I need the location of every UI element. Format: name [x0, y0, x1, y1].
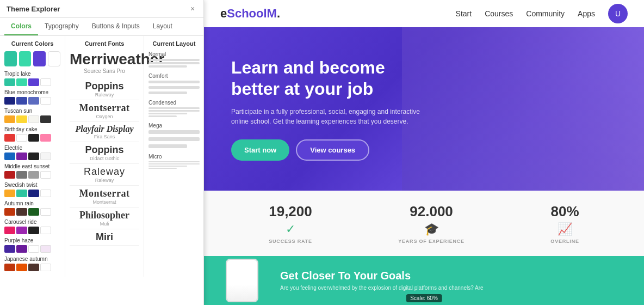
theme-explorer-header: Theme Explorer × — [0, 0, 203, 18]
stat-number-overline: 80% — [550, 203, 579, 220]
layout-option-normal[interactable]: Normal — [148, 51, 200, 68]
swatch-teal[interactable] — [4, 51, 17, 66]
theme-explorer-title: Theme Explorer — [7, 5, 60, 13]
stat-years-experience: 92.000 🎓 YEARS OF EXPERIENCE — [398, 203, 465, 244]
font-option-poppins-didact[interactable]: Poppins Didact Gothic — [70, 142, 139, 164]
stat-number-years: 92.000 — [398, 203, 465, 220]
current-font-display: Merriweather Source Sans Pro — [70, 51, 139, 74]
hero-subtitle: Participate in a fully professional, soc… — [231, 107, 438, 126]
stat-success-rate: 19,200 ✓ SUCCESS RATE — [269, 203, 312, 244]
goals-section: Get Closer To Your Goals Are you feeling… — [204, 256, 644, 305]
layout-column: Current Layout Normal Comfort Condense — [144, 36, 204, 277]
fonts-header: Current Fonts — [70, 40, 139, 47]
layout-header: Current Layout — [148, 40, 200, 47]
colors-header: Current Colors — [4, 40, 60, 47]
swatch-green[interactable] — [19, 51, 32, 66]
palette-japanese-autumn[interactable]: Japanese autumn — [4, 256, 60, 271]
font-option-playfair-fira[interactable]: Playfair Display Fira Sans — [70, 122, 139, 142]
scale-badge: Scale: 60% — [406, 294, 442, 302]
hero-background-image — [402, 27, 644, 191]
hero-content: Learn and become better at your job Part… — [231, 57, 438, 161]
palette-tropic-lake[interactable]: Tropic lake — [4, 71, 60, 86]
palette-tuscan-sun[interactable]: Tuscan sun — [4, 108, 60, 123]
swatch-white[interactable] — [48, 51, 60, 66]
font-option-raleway[interactable]: Raleway Raleway — [70, 164, 139, 186]
theme-body: Current Colors Tropic lake Blue monochro… — [0, 36, 203, 277]
palette-carousel-ride[interactable]: Carousel ride — [4, 219, 60, 234]
tab-layout[interactable]: Layout — [146, 18, 179, 35]
current-font-main: Merriweather — [70, 51, 139, 68]
stat-number-success: 19,200 — [269, 203, 312, 220]
font-option-poppins-raleway[interactable]: Poppins Raleway — [70, 78, 139, 100]
nav-link-apps[interactable]: Apps — [578, 9, 595, 18]
current-colors-row — [4, 51, 60, 66]
swatch-purple[interactable] — [33, 51, 46, 66]
nav-links: Start Courses Community Apps U — [456, 4, 628, 23]
palette-electric[interactable]: Electric — [4, 145, 60, 160]
stat-label-success: SUCCESS RATE — [269, 239, 312, 244]
layout-option-micro[interactable]: Micro — [148, 154, 200, 169]
palette-middle-east-sunset[interactable]: Middle east sunset — [4, 163, 60, 179]
layout-option-comfort[interactable]: Comfort — [148, 73, 200, 94]
palette-blue-monochrome[interactable]: Blue monochrome — [4, 89, 60, 105]
stats-section: 19,200 ✓ SUCCESS RATE 92.000 🎓 YEARS OF … — [204, 191, 644, 256]
stat-overline: 80% 📈 OVERLINE — [550, 203, 579, 244]
goals-text: Get Closer To Your Goals Are you feeling… — [280, 270, 622, 292]
hero-buttons: Start now View courses — [231, 139, 438, 161]
hero-section: Learn and become better at your job Part… — [204, 27, 644, 191]
theme-tabs: Colors Typography Buttons & Inputs Layou… — [0, 18, 203, 36]
site-nav: eSchoolM. Start Courses Community Apps U — [204, 0, 644, 27]
colors-column: Current Colors Tropic lake Blue monochro… — [0, 36, 65, 277]
tab-buttons-inputs[interactable]: Buttons & Inputs — [85, 18, 146, 35]
theme-explorer-panel: Theme Explorer × Colors Typography Butto… — [0, 0, 204, 305]
tab-typography[interactable]: Typography — [38, 18, 85, 35]
hero-title: Learn and become better at your job — [231, 57, 438, 99]
chart-icon: 📈 — [550, 222, 579, 236]
start-now-button[interactable]: Start now — [231, 139, 289, 161]
website-preview: eSchoolM. Start Courses Community Apps U… — [204, 0, 644, 305]
font-option-montserrat-montserrat[interactable]: Montserrat Montserrat — [70, 186, 139, 208]
font-option-montserrat-oxygen[interactable]: Montserrat Oxygen — [70, 100, 139, 122]
phone-screen — [227, 260, 257, 301]
current-font-sub: Source Sans Pro — [70, 68, 139, 74]
site-logo: eSchoolM. — [220, 7, 280, 21]
nav-link-community[interactable]: Community — [526, 9, 565, 18]
fonts-column: Current Fonts Merriweather Source Sans P… — [65, 36, 144, 277]
goals-phone-mockup — [226, 259, 258, 302]
view-courses-button[interactable]: View courses — [296, 139, 369, 161]
layout-option-condensed[interactable]: Condensed — [148, 100, 200, 117]
stat-label-years: YEARS OF EXPERIENCE — [398, 239, 465, 244]
palette-autumn-rain[interactable]: Autumn rain — [4, 200, 60, 216]
nav-link-courses[interactable]: Courses — [485, 9, 513, 18]
nav-link-start[interactable]: Start — [456, 9, 472, 18]
tab-colors[interactable]: Colors — [4, 18, 38, 35]
palette-swedish-twist[interactable]: Swedish twist — [4, 182, 60, 197]
palette-birthday-cake[interactable]: Birthday cake — [4, 126, 60, 142]
stat-label-overline: OVERLINE — [550, 239, 579, 244]
font-option-philosopher-muli[interactable]: Philosopher Muli — [70, 208, 139, 229]
palette-purple-haze[interactable]: Purple haze — [4, 237, 60, 253]
theme-explorer-close[interactable]: × — [188, 4, 197, 13]
goals-title: Get Closer To Your Goals — [280, 270, 622, 282]
goals-subtitle: Are you feeling overwhelmed by the explo… — [280, 284, 622, 292]
graduation-icon: 🎓 — [398, 222, 465, 236]
user-avatar[interactable]: U — [608, 4, 628, 23]
check-icon: ✓ — [269, 222, 312, 236]
font-option-miri[interactable]: Miri — [70, 229, 139, 246]
layout-option-mega[interactable]: Mega — [148, 123, 200, 148]
